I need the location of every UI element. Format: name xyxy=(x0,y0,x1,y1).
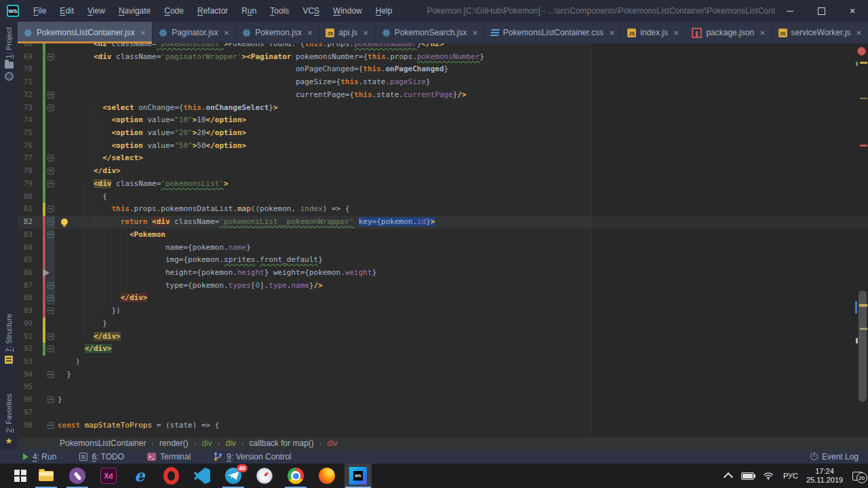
code-text: <option value="50">50</option> xyxy=(58,140,246,153)
fold-icon[interactable]: – xyxy=(47,206,54,212)
taskbar-edge[interactable]: e xyxy=(126,464,153,488)
run-icon xyxy=(23,453,28,460)
fold-icon[interactable]: – xyxy=(47,307,54,314)
menu-help[interactable]: Help xyxy=(370,4,399,18)
battery-icon[interactable] xyxy=(739,464,755,488)
tab-pokemonslistcontainer-jsx[interactable]: PokemonsListContainer.jsx✕ xyxy=(18,22,153,43)
viber-icon xyxy=(69,468,85,484)
breadcrumb-item[interactable]: div xyxy=(328,438,338,448)
menu-code[interactable]: Code xyxy=(158,4,190,18)
taskbar-chrome[interactable] xyxy=(282,464,309,488)
taskbar-telegram[interactable]: 40 xyxy=(220,464,247,488)
sidebar-item-favorites[interactable]: 2: Favorites★ xyxy=(0,394,18,446)
breadcrumb-item[interactable]: PokemonsListContainer xyxy=(60,438,146,448)
line-number: 98 xyxy=(18,419,33,432)
window-controls: ✕ xyxy=(774,0,868,22)
notification-button[interactable]: 20 xyxy=(848,464,867,488)
maximize-button[interactable] xyxy=(806,0,837,22)
statusbar-4-run[interactable]: 4: Run xyxy=(23,452,56,462)
close-button[interactable]: ✕ xyxy=(837,0,868,22)
telegram-badge: 40 xyxy=(237,464,248,472)
menu-edit[interactable]: Edit xyxy=(54,4,80,18)
terminal-icon: >_ xyxy=(147,453,156,461)
taskbar-webstorm[interactable] xyxy=(344,464,372,488)
close-icon[interactable]: ✕ xyxy=(673,29,679,37)
taskbar-explorer[interactable] xyxy=(33,464,60,488)
tab-paginator-jsx[interactable]: Paginator.jsx✕ xyxy=(153,22,236,43)
tray-chevron-icon[interactable] xyxy=(722,464,735,488)
taskbar-firefox[interactable] xyxy=(313,464,340,488)
sidebar-item-project[interactable]: 1: Project xyxy=(0,27,18,81)
fold-icon[interactable]: – xyxy=(47,333,54,340)
taskbar-vscode[interactable] xyxy=(189,464,216,488)
taskbar-opera[interactable] xyxy=(157,464,184,488)
taskbar-start[interactable] xyxy=(7,464,34,488)
vcs-change-marker xyxy=(43,331,45,343)
vcs-change-marker xyxy=(43,114,45,127)
close-icon[interactable]: ✕ xyxy=(307,29,313,37)
breadcrumb-item[interactable]: div xyxy=(201,438,212,448)
star-icon: ★ xyxy=(5,436,13,446)
menu-navigate[interactable]: Navigate xyxy=(113,4,157,18)
statusbar-terminal[interactable]: >_Terminal xyxy=(147,452,191,462)
tab-api-js[interactable]: JSapi.js✕ xyxy=(319,22,375,43)
opera-icon xyxy=(163,467,179,485)
breadcrumb-item[interactable]: callback for map() xyxy=(249,438,313,448)
clock[interactable]: 17:24 25.11.2019 xyxy=(803,464,846,488)
fold-icon[interactable]: – xyxy=(47,422,54,429)
close-icon[interactable]: ✕ xyxy=(472,29,477,37)
taskbar-xd[interactable]: Xd xyxy=(95,464,122,488)
statusbar-6-todo[interactable]: 6: TODO xyxy=(79,452,124,462)
menu-tools[interactable]: Tools xyxy=(264,4,295,18)
wifi-icon[interactable] xyxy=(760,464,777,488)
close-icon[interactable]: ✕ xyxy=(856,29,861,37)
close-icon[interactable]: ✕ xyxy=(140,29,146,37)
tab-index-js[interactable]: JSindex.js✕ xyxy=(621,22,686,43)
chevron-right-icon: › xyxy=(218,439,220,447)
editor[interactable]: 68 <h2 className='pokemonsCount'>Pokemon… xyxy=(18,43,868,437)
tool-window-stripe: 1: Project7: Structure2: Favorites★ xyxy=(0,22,18,449)
menu-run[interactable]: Run xyxy=(235,4,262,18)
menu-refactor[interactable]: Refactor xyxy=(191,4,234,18)
vcs-change-marker xyxy=(43,229,45,242)
fold-icon[interactable]: – xyxy=(47,181,54,187)
tab-pokemonslistcontainer-css[interactable]: PokemonsListContainer.css✕ xyxy=(485,22,621,43)
tab-pokemon-jsx[interactable]: Pokemon.jsx✕ xyxy=(236,22,319,43)
close-icon[interactable]: ✕ xyxy=(760,29,765,37)
minimize-button[interactable] xyxy=(774,0,806,22)
line-number: 78 xyxy=(18,165,33,178)
line-number: 70 xyxy=(18,63,33,76)
indent-guide xyxy=(94,190,94,330)
language-indicator[interactable]: РУС xyxy=(778,464,803,488)
sidebar-item-structure[interactable]: 7: Structure xyxy=(0,314,18,364)
close-icon[interactable]: ✕ xyxy=(224,29,229,37)
fold-icon[interactable]: – xyxy=(47,92,54,98)
code-text: </div> xyxy=(58,165,121,178)
taskbar-viber[interactable] xyxy=(64,464,91,488)
menu-window[interactable]: Window xyxy=(327,4,368,18)
tab-pokemonsearch-jsx[interactable]: PokemonSearch.jsx✕ xyxy=(376,22,485,43)
error-indicator-badge[interactable] xyxy=(857,47,866,56)
tab-serviceworker-js[interactable]: JSserviceWorker.js✕ xyxy=(772,22,868,43)
close-icon[interactable]: ✕ xyxy=(363,29,368,37)
fold-icon[interactable]: – xyxy=(47,345,54,352)
menu-vcs[interactable]: VCS xyxy=(296,4,326,18)
statusbar-9-version-control[interactable]: 9: Version Control xyxy=(214,452,291,462)
fold-icon[interactable]: – xyxy=(47,396,54,403)
fold-icon[interactable]: – xyxy=(47,105,54,111)
fold-icon[interactable]: – xyxy=(47,168,54,174)
fold-icon[interactable]: – xyxy=(47,155,54,162)
scrollbar-thumb[interactable] xyxy=(859,290,867,402)
menu-file[interactable]: File xyxy=(27,4,52,18)
fold-icon[interactable]: – xyxy=(47,54,54,60)
statusbar-event-log[interactable]: Event Log xyxy=(810,452,859,462)
breadcrumb-item[interactable]: render() xyxy=(159,438,189,448)
breadcrumb-item[interactable]: div xyxy=(225,438,235,448)
fold-icon[interactable]: – xyxy=(47,371,54,378)
close-icon[interactable]: ✕ xyxy=(609,29,614,37)
code-text: <option value="20">20</option> xyxy=(58,127,246,140)
maximize-icon xyxy=(818,7,825,15)
tab-package-json[interactable]: package.json✕ xyxy=(686,22,772,43)
taskbar-safari[interactable] xyxy=(251,464,278,488)
menu-view[interactable]: View xyxy=(81,4,111,18)
